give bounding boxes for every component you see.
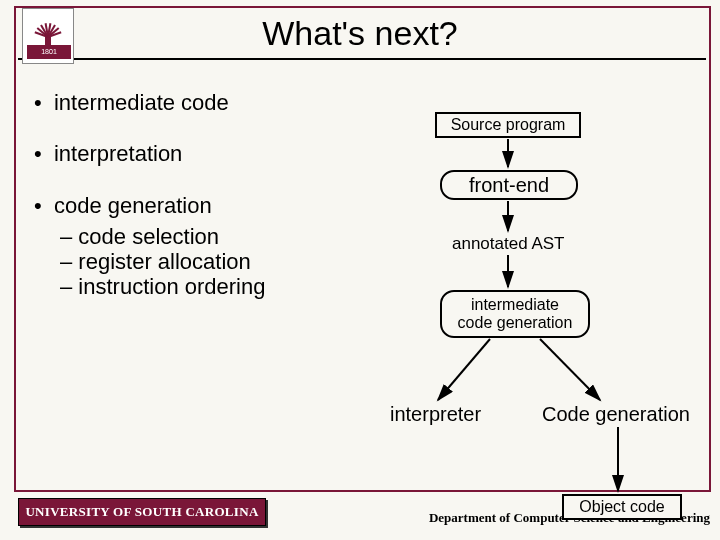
bullet-3: • code generation — [34, 193, 265, 218]
university-logo: 1801 — [22, 8, 74, 64]
box-object-code: Object code — [562, 494, 682, 520]
logo-year: 1801 — [27, 45, 71, 59]
bullet-3c-text: instruction ordering — [78, 274, 265, 299]
icg-line1: intermediate — [471, 296, 559, 313]
bullet-3b: – register allocation — [60, 249, 265, 274]
icg-line2: code generation — [458, 314, 573, 331]
slide-title: What's next? — [0, 14, 720, 53]
bullet-3a: – code selection — [60, 224, 265, 249]
bullet-3b-text: register allocation — [78, 249, 250, 274]
bullet-2-text: interpretation — [54, 141, 182, 166]
bullet-3c: – instruction ordering — [60, 274, 265, 299]
bullet-list: • intermediate code • interpretation • c… — [34, 90, 265, 300]
title-underline — [18, 58, 706, 60]
label-code-generation: Code generation — [542, 403, 690, 426]
label-annotated-ast: annotated AST — [452, 234, 564, 254]
label-interpreter: interpreter — [390, 403, 481, 426]
bullet-1: • intermediate code — [34, 90, 265, 115]
footer-university: UNIVERSITY OF SOUTH CAROLINA — [18, 498, 266, 526]
box-source-program: Source program — [435, 112, 581, 138]
box-front-end: front-end — [440, 170, 578, 200]
bullet-3-text: code generation — [54, 193, 212, 218]
bullet-1-text: intermediate code — [54, 90, 229, 115]
box-intermediate-code-generation: intermediate code generation — [440, 290, 590, 338]
bullet-3a-text: code selection — [78, 224, 219, 249]
bullet-2: • interpretation — [34, 141, 265, 166]
